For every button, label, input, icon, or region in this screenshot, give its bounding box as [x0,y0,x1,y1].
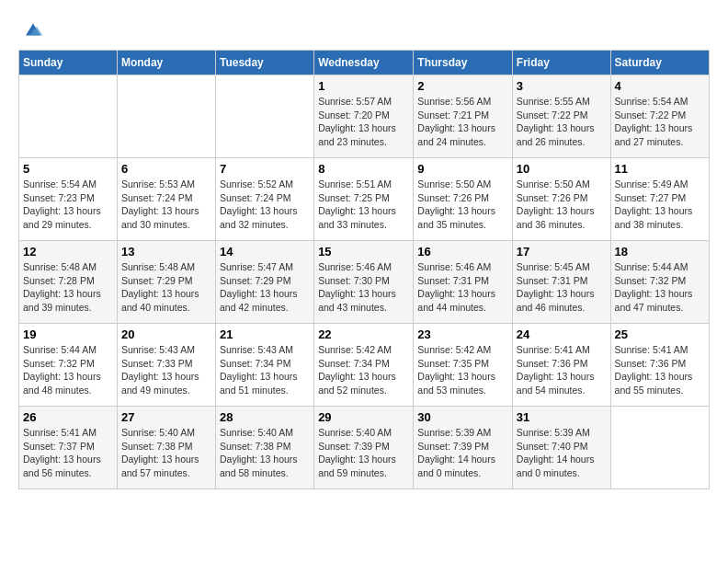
day-info: Sunrise: 5:50 AMSunset: 7:26 PMDaylight:… [517,178,607,232]
calendar-cell: 17Sunrise: 5:45 AMSunset: 7:31 PMDayligh… [512,241,610,324]
day-number: 21 [220,327,310,341]
calendar-cell [215,75,313,158]
header-monday: Monday [117,51,215,75]
logo-icon [22,18,44,40]
day-info: Sunrise: 5:55 AMSunset: 7:22 PMDaylight:… [517,95,607,149]
calendar-cell: 1Sunrise: 5:57 AMSunset: 7:20 PMDaylight… [314,75,414,158]
calendar-cell: 20Sunrise: 5:43 AMSunset: 7:33 PMDayligh… [117,324,215,407]
calendar-cell: 5Sunrise: 5:54 AMSunset: 7:23 PMDaylight… [19,158,118,241]
day-number: 30 [417,410,508,424]
day-number: 11 [615,162,705,176]
day-number: 20 [121,327,211,341]
day-info: Sunrise: 5:46 AMSunset: 7:30 PMDaylight:… [318,260,409,315]
calendar-cell: 28Sunrise: 5:40 AMSunset: 7:38 PMDayligh… [215,407,313,489]
day-number: 18 [615,245,705,259]
day-number: 26 [23,410,113,424]
calendar-cell: 7Sunrise: 5:52 AMSunset: 7:24 PMDaylight… [215,158,313,241]
day-info: Sunrise: 5:54 AMSunset: 7:22 PMDaylight:… [615,95,705,149]
day-number: 25 [615,327,705,341]
day-info: Sunrise: 5:44 AMSunset: 7:32 PMDaylight:… [23,343,113,397]
header-wednesday: Wednesday [314,51,414,75]
calendar-week-row: 19Sunrise: 5:44 AMSunset: 7:32 PMDayligh… [19,324,710,407]
calendar-cell: 14Sunrise: 5:47 AMSunset: 7:29 PMDayligh… [215,241,313,324]
calendar-cell: 16Sunrise: 5:46 AMSunset: 7:31 PMDayligh… [414,241,513,324]
day-number: 17 [517,245,607,259]
day-info: Sunrise: 5:45 AMSunset: 7:31 PMDaylight:… [517,260,607,315]
day-info: Sunrise: 5:39 AMSunset: 7:39 PMDaylight:… [417,426,508,480]
calendar-cell: 22Sunrise: 5:42 AMSunset: 7:34 PMDayligh… [314,324,414,407]
day-info: Sunrise: 5:41 AMSunset: 7:36 PMDaylight:… [517,343,607,397]
day-number: 19 [23,327,113,341]
header-thursday: Thursday [414,51,513,75]
day-info: Sunrise: 5:42 AMSunset: 7:34 PMDaylight:… [318,343,409,397]
calendar-week-row: 26Sunrise: 5:41 AMSunset: 7:37 PMDayligh… [19,407,710,489]
day-info: Sunrise: 5:43 AMSunset: 7:34 PMDaylight:… [220,343,310,397]
calendar-cell: 21Sunrise: 5:43 AMSunset: 7:34 PMDayligh… [215,324,313,407]
calendar-table: SundayMondayTuesdayWednesdayThursdayFrid… [18,50,710,489]
day-info: Sunrise: 5:47 AMSunset: 7:29 PMDaylight:… [220,260,310,315]
day-info: Sunrise: 5:54 AMSunset: 7:23 PMDaylight:… [23,178,113,232]
day-number: 8 [318,162,409,176]
day-number: 13 [121,245,211,259]
calendar-header-row: SundayMondayTuesdayWednesdayThursdayFrid… [19,51,710,75]
calendar-cell: 23Sunrise: 5:42 AMSunset: 7:35 PMDayligh… [414,324,513,407]
day-info: Sunrise: 5:41 AMSunset: 7:37 PMDaylight:… [23,426,113,480]
day-number: 27 [121,410,211,424]
calendar-cell: 3Sunrise: 5:55 AMSunset: 7:22 PMDaylight… [512,75,610,158]
day-number: 5 [23,162,113,176]
calendar-cell: 19Sunrise: 5:44 AMSunset: 7:32 PMDayligh… [19,324,118,407]
day-number: 22 [318,327,409,341]
calendar-cell: 31Sunrise: 5:39 AMSunset: 7:40 PMDayligh… [512,407,610,489]
header-sunday: Sunday [19,51,118,75]
calendar-cell: 29Sunrise: 5:40 AMSunset: 7:39 PMDayligh… [314,407,414,489]
day-number: 23 [417,327,508,341]
day-info: Sunrise: 5:41 AMSunset: 7:36 PMDaylight:… [615,343,705,397]
calendar-cell [610,407,709,489]
day-number: 6 [121,162,211,176]
calendar-cell [117,75,215,158]
calendar-cell: 12Sunrise: 5:48 AMSunset: 7:28 PMDayligh… [19,241,118,324]
calendar-cell: 25Sunrise: 5:41 AMSunset: 7:36 PMDayligh… [610,324,709,407]
day-number: 2 [417,79,508,93]
day-info: Sunrise: 5:44 AMSunset: 7:32 PMDaylight:… [615,260,705,315]
calendar-cell: 6Sunrise: 5:53 AMSunset: 7:24 PMDaylight… [117,158,215,241]
calendar-cell: 27Sunrise: 5:40 AMSunset: 7:38 PMDayligh… [117,407,215,489]
calendar-cell: 24Sunrise: 5:41 AMSunset: 7:36 PMDayligh… [512,324,610,407]
day-info: Sunrise: 5:48 AMSunset: 7:28 PMDaylight:… [23,260,113,315]
day-number: 3 [517,79,607,93]
day-info: Sunrise: 5:48 AMSunset: 7:29 PMDaylight:… [121,260,211,315]
day-info: Sunrise: 5:39 AMSunset: 7:40 PMDaylight:… [517,426,607,480]
day-number: 12 [23,245,113,259]
calendar-week-row: 12Sunrise: 5:48 AMSunset: 7:28 PMDayligh… [19,241,710,324]
day-info: Sunrise: 5:52 AMSunset: 7:24 PMDaylight:… [220,178,310,232]
calendar-cell [19,75,118,158]
day-info: Sunrise: 5:40 AMSunset: 7:39 PMDaylight:… [318,426,409,480]
day-number: 15 [318,245,409,259]
calendar-cell: 18Sunrise: 5:44 AMSunset: 7:32 PMDayligh… [610,241,709,324]
day-info: Sunrise: 5:46 AMSunset: 7:31 PMDaylight:… [417,260,508,315]
header-saturday: Saturday [610,51,709,75]
calendar-cell: 2Sunrise: 5:56 AMSunset: 7:21 PMDaylight… [414,75,513,158]
day-number: 9 [417,162,508,176]
day-number: 31 [517,410,607,424]
day-number: 4 [615,79,705,93]
calendar-cell: 15Sunrise: 5:46 AMSunset: 7:30 PMDayligh… [314,241,414,324]
logo [18,18,44,40]
day-number: 16 [417,245,508,259]
calendar-cell: 9Sunrise: 5:50 AMSunset: 7:26 PMDaylight… [414,158,513,241]
day-info: Sunrise: 5:42 AMSunset: 7:35 PMDaylight:… [417,343,508,397]
day-info: Sunrise: 5:50 AMSunset: 7:26 PMDaylight:… [417,178,508,232]
calendar-cell: 8Sunrise: 5:51 AMSunset: 7:25 PMDaylight… [314,158,414,241]
calendar-cell: 4Sunrise: 5:54 AMSunset: 7:22 PMDaylight… [610,75,709,158]
day-info: Sunrise: 5:51 AMSunset: 7:25 PMDaylight:… [318,178,409,232]
day-info: Sunrise: 5:49 AMSunset: 7:27 PMDaylight:… [615,178,705,232]
day-number: 10 [517,162,607,176]
day-info: Sunrise: 5:40 AMSunset: 7:38 PMDaylight:… [220,426,310,480]
day-info: Sunrise: 5:53 AMSunset: 7:24 PMDaylight:… [121,178,211,232]
day-info: Sunrise: 5:43 AMSunset: 7:33 PMDaylight:… [121,343,211,397]
calendar-cell: 26Sunrise: 5:41 AMSunset: 7:37 PMDayligh… [19,407,118,489]
day-number: 1 [318,79,409,93]
day-number: 24 [517,327,607,341]
day-info: Sunrise: 5:56 AMSunset: 7:21 PMDaylight:… [417,95,508,149]
calendar-cell: 13Sunrise: 5:48 AMSunset: 7:29 PMDayligh… [117,241,215,324]
